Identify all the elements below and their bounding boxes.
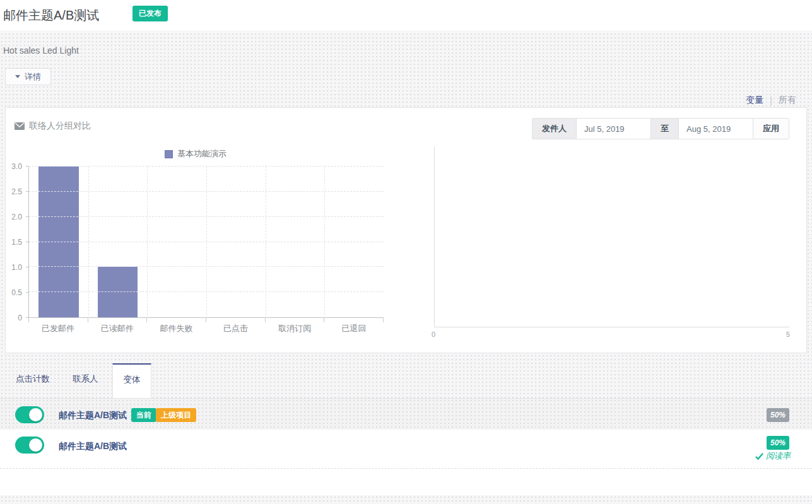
x-axis-tick bbox=[206, 317, 206, 322]
y-axis: 00.51.01.52.02.53.0 bbox=[6, 167, 26, 318]
tab-click-count[interactable]: 点击计数 bbox=[16, 373, 50, 385]
details-toggle-button[interactable]: 详情 bbox=[5, 68, 51, 85]
x-axis-tick bbox=[146, 317, 147, 322]
check-icon bbox=[755, 453, 763, 460]
envelope-icon bbox=[15, 122, 25, 130]
page-title: 邮件主题A/B测试 bbox=[3, 7, 99, 24]
details-toggle-label: 详情 bbox=[25, 71, 41, 83]
variant-1-weight-badge: 50% bbox=[767, 408, 789, 422]
y-axis-tick-label: 1.5 bbox=[11, 238, 22, 247]
page-header: 邮件主题A/B测试 已发布 bbox=[0, 0, 812, 32]
category-label: 已退回 bbox=[324, 323, 384, 334]
category-label: 邮件失败 bbox=[147, 323, 206, 334]
winner-metric: 阅读率 bbox=[755, 450, 791, 462]
bar bbox=[38, 167, 79, 317]
x-axis-labels: 已发邮件已读邮件邮件失败已点击取消订阅已退回 bbox=[28, 323, 384, 336]
status-badge: 已发布 bbox=[132, 6, 168, 21]
y-axis-tick-label: 0 bbox=[18, 314, 22, 322]
x-axis-tick bbox=[88, 317, 88, 322]
x-axis-tick bbox=[383, 317, 384, 322]
links-separator: | bbox=[770, 95, 772, 105]
variant-2-title[interactable]: 邮件主题A/B测试 bbox=[59, 441, 127, 452]
date-from-input[interactable]: Jul 5, 2019 bbox=[577, 119, 651, 139]
grid-line-v bbox=[147, 167, 148, 318]
tab-variants-label: 变体 bbox=[124, 374, 141, 398]
chevron-down-icon bbox=[15, 75, 20, 78]
y-axis-tick-label: 3.0 bbox=[11, 162, 22, 171]
empty-chart-xtick-min: 0 bbox=[432, 331, 435, 338]
variant-1-title[interactable]: 邮件主题A/B测试 bbox=[59, 410, 127, 421]
date-from-label: 发件人 bbox=[533, 119, 577, 139]
grid-line-v bbox=[88, 167, 89, 318]
bar bbox=[98, 267, 138, 317]
chart-filter-links: 变量 | 所有 bbox=[746, 95, 796, 106]
empty-chart-xtick-max: 5 bbox=[786, 331, 790, 338]
variant-2-toggle[interactable] bbox=[15, 437, 44, 454]
all-link[interactable]: 所有 bbox=[779, 95, 796, 106]
panel-title-label: 联络人分组对比 bbox=[29, 120, 91, 132]
category-label: 已点击 bbox=[206, 323, 266, 334]
date-to-input[interactable]: Aug 5, 2019 bbox=[679, 119, 753, 139]
winner-metric-label: 阅读率 bbox=[766, 450, 791, 462]
toggle-knob bbox=[29, 408, 42, 421]
page: 邮件主题A/B测试 已发布 Hot sales Led Light 详情 变量 … bbox=[0, 0, 812, 504]
legend-label: 基本功能演示 bbox=[177, 148, 227, 160]
x-axis-tick bbox=[324, 317, 324, 322]
y-axis-tick-label: 2.5 bbox=[11, 187, 22, 196]
apply-button[interactable]: 应用 bbox=[753, 119, 789, 139]
panel-title: 联络人分组对比 bbox=[15, 120, 91, 132]
legend-swatch bbox=[165, 150, 173, 158]
current-badge: 当前 bbox=[131, 408, 156, 422]
x-axis-tick bbox=[28, 317, 29, 322]
empty-chart-y-axis bbox=[434, 147, 435, 327]
chart-legend: 基本功能演示 bbox=[165, 148, 227, 160]
grid-line-v bbox=[324, 167, 325, 318]
variant-row-2: 邮件主题A/B测试 50% 阅读率 bbox=[0, 430, 812, 468]
parent-project-badge: 上级项目 bbox=[156, 408, 196, 422]
plot-area bbox=[28, 167, 384, 318]
y-axis-tick-label: 1.0 bbox=[11, 263, 22, 272]
bottom-divider bbox=[0, 468, 812, 469]
tab-contacts[interactable]: 联系人 bbox=[73, 373, 98, 385]
category-label: 已发邮件 bbox=[28, 323, 88, 334]
variant-1-toggle[interactable] bbox=[15, 406, 44, 423]
x-axis-tick bbox=[265, 317, 266, 322]
comparison-panel: 联络人分组对比 发件人 Jul 5, 2019 至 Aug 5, 2019 应用… bbox=[5, 107, 807, 353]
category-label: 已读邮件 bbox=[88, 323, 147, 334]
y-axis-tick-label: 0.5 bbox=[11, 288, 22, 297]
bottom-texture-strip bbox=[0, 495, 812, 504]
empty-chart-x-axis bbox=[434, 327, 790, 327]
date-range-filter: 发件人 Jul 5, 2019 至 Aug 5, 2019 应用 bbox=[532, 118, 789, 139]
y-axis-tick-label: 2.0 bbox=[11, 213, 22, 221]
category-label: 取消订阅 bbox=[265, 323, 324, 334]
subject-line: Hot sales Led Light bbox=[3, 45, 79, 56]
toggle-knob bbox=[29, 438, 42, 452]
grid-line-v bbox=[266, 167, 266, 318]
grid-line-v bbox=[206, 167, 207, 318]
variant-2-weight-badge: 50% bbox=[767, 436, 789, 450]
date-to-label: 至 bbox=[651, 119, 679, 139]
variant-row-1: 邮件主题A/B测试 当前 上级项目 50% bbox=[0, 398, 812, 430]
tab-variants[interactable]: 变体 bbox=[112, 363, 151, 398]
variables-link[interactable]: 变量 bbox=[746, 95, 763, 106]
